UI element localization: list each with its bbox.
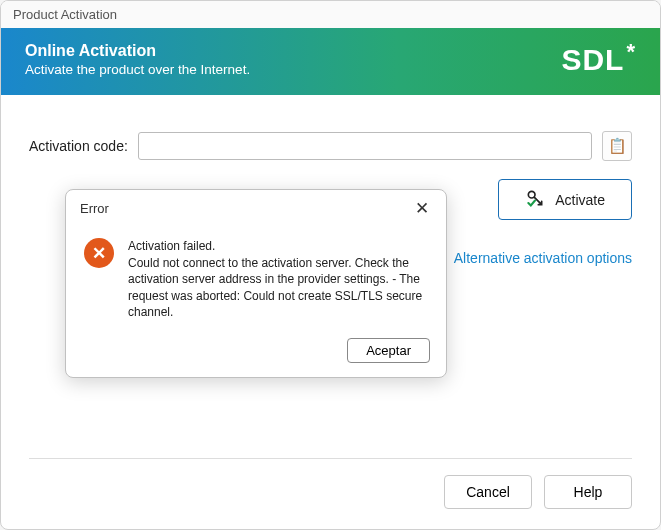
paste-button[interactable]: 📋 [602,131,632,161]
banner-subtitle: Activate the product over the Internet. [25,62,250,77]
help-button[interactable]: Help [544,475,632,509]
error-body: Could not connect to the activation serv… [128,256,422,319]
key-check-icon [525,188,545,211]
error-message: Activation failed. Could not connect to … [128,238,428,320]
window-title: Product Activation [1,1,660,28]
error-headline: Activation failed. [128,238,428,254]
dialog-accept-button[interactable]: Aceptar [347,338,430,363]
activation-code-label: Activation code: [29,138,128,154]
footer: Cancel Help [1,459,660,529]
activation-window: Product Activation Online Activation Act… [0,0,661,530]
activate-button[interactable]: Activate [498,179,632,220]
banner: Online Activation Activate the product o… [1,28,660,95]
logo-text: SDL [561,43,624,77]
clipboard-icon: 📋 [608,137,627,155]
dialog-title: Error [80,201,109,216]
dialog-close-button[interactable]: ✕ [408,196,436,220]
banner-title: Online Activation [25,42,250,60]
activation-code-input[interactable] [138,132,592,160]
error-dialog: Error ✕ ✕ Activation failed. Could not c… [65,189,447,378]
error-icon: ✕ [84,238,114,268]
sdl-logo: SDL * [561,43,636,77]
logo-star-icon: * [626,41,636,63]
close-icon: ✕ [415,198,429,219]
activate-button-label: Activate [555,192,605,208]
cancel-button[interactable]: Cancel [444,475,532,509]
